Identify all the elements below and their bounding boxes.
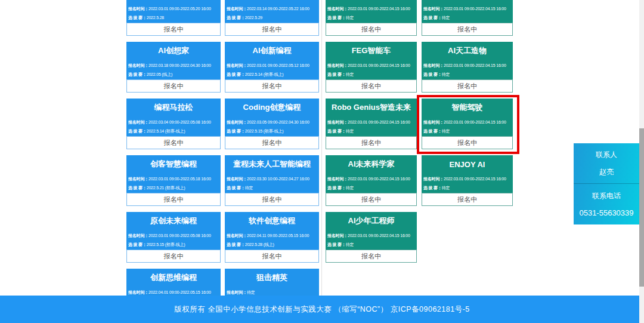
register-status-button[interactable]: 报名中	[126, 23, 221, 36]
card-title: 狙击精英	[225, 269, 319, 287]
registration-time-row: 报名时间：2022.03.04 09:00-2022.05.08 16:00	[128, 118, 219, 127]
card-info: 报名时间：2022.03.01 09:00-2022.04.15 16:00 选…	[326, 116, 417, 136]
register-status-button[interactable]: 报名中	[225, 250, 319, 263]
reg-time-value: 2022.03.01 09:00-2022.04.15 16:00	[348, 177, 410, 181]
register-status-button[interactable]: 报名中	[126, 136, 221, 149]
competition-card[interactable]: 原创未来编程 报名时间：2022.03.01 09:00-2022.05.08 …	[126, 212, 221, 263]
selection-row: 选 拔 赛：2022.5.15 (初赛-线上)	[128, 240, 219, 249]
register-status-button[interactable]: 报名中	[422, 79, 513, 93]
register-status-button[interactable]: 报名中	[225, 193, 319, 206]
reg-time-label: 报名时间：	[128, 63, 148, 67]
competition-card[interactable]: 报名时间：2022.03.01 09:00-2022.05.20 16:00 选…	[126, 0, 221, 36]
selection-value: 待定	[346, 72, 354, 76]
selection-row: 选 拔 赛：待定	[327, 240, 415, 249]
card-info: 报名时间：2022.03.05 09:00-2022.04.30 16:00 选…	[225, 116, 319, 136]
selection-label: 选 拔 赛：	[423, 186, 442, 190]
reg-time-label: 报名时间：	[423, 63, 444, 67]
selection-label: 选 拔 赛：	[327, 72, 346, 76]
selection-label: 选 拔 赛：	[227, 186, 245, 190]
scrollbar[interactable]	[639, 0, 644, 323]
teal-card-group: 报名时间：2022.03.01 09:00-2022.04.15 16:00 选…	[326, 0, 513, 263]
competition-card[interactable]: AI创新编程 报名时间：2022.03.01 09:00-2022.05.12 …	[225, 42, 319, 93]
register-status-button[interactable]: 报名中	[422, 136, 513, 149]
selection-value: 待定	[442, 16, 450, 20]
competition-card[interactable]: Robo Genius智造未来 报名时间：2022.03.01 09:00-20…	[326, 99, 417, 149]
registration-time-row: 报名时间：2022.03.18 09:00-2022.04.30 16:00	[128, 61, 219, 70]
competition-card[interactable]: AI未来科学家 报名时间：2022.03.01 09:00-2022.04.15…	[326, 155, 417, 206]
selection-row: 选 拔 赛：待定	[423, 127, 511, 136]
register-status-button[interactable]: 报名中	[225, 79, 319, 93]
selection-label: 选 拔 赛：	[227, 242, 245, 247]
competition-card[interactable]: AI天工造物 报名时间：2022.03.01 09:00-2022.04.15 …	[422, 42, 513, 93]
register-status-button[interactable]: 报名中	[225, 23, 319, 36]
register-status-button[interactable]: 报名中	[126, 193, 221, 206]
register-status-button[interactable]: 报名中	[126, 250, 221, 263]
card-info: 报名时间：2022.04.11 09:00-2022.05.15 16:00 选…	[225, 230, 319, 250]
selection-label: 选 拔 赛：	[423, 129, 442, 133]
reg-time-value: 2022.03.01 09:00-2022.04.15 16:00	[444, 7, 506, 11]
competition-card[interactable]: FEG智能车 报名时间：2022.03.01 09:00-2022.04.15 …	[326, 42, 417, 93]
reg-time-label: 报名时间：	[128, 233, 148, 238]
register-status-button[interactable]: 报名中	[326, 23, 417, 36]
card-title: AI未来科学家	[326, 155, 417, 173]
register-status-button[interactable]: 报名中	[422, 23, 513, 36]
card-title: AI少年工程师	[326, 212, 417, 230]
card-title: 创新思维编程	[126, 269, 221, 287]
registration-time-row: 报名时间：2022.03.30 10:00-2022.04.27 16:00	[227, 174, 317, 183]
reg-time-value: 2022.03.01 09:00-2022.05.08 16:00	[148, 233, 211, 238]
registration-time-row: 报名时间：2022.03.01 09:00-2022.04.15 16:00	[327, 118, 415, 127]
competition-card[interactable]: 报名时间：2022.03.14 09:00-2022.05.22 16:00 选…	[225, 0, 319, 36]
card-title: AI天工造物	[422, 42, 513, 60]
reg-time-value: 待定	[247, 290, 255, 294]
register-status-button[interactable]: 报名中	[326, 193, 417, 206]
selection-label: 选 拔 赛：	[128, 72, 147, 76]
register-status-button[interactable]: 报名中	[326, 136, 417, 149]
card-title: AI创新编程	[225, 42, 319, 60]
selection-label: 选 拔 赛：	[227, 16, 245, 20]
competition-card[interactable]: 软件创意编程 报名时间：2022.04.11 09:00-2022.05.15 …	[225, 212, 319, 263]
selection-row: 选 拔 赛：待定	[423, 70, 511, 79]
competition-card[interactable]: 报名时间：2022.03.01 09:00-2022.04.15 16:00 选…	[326, 0, 417, 36]
card-info: 报名时间：2022.03.01 09:00-2022.05.20 16:00 选…	[126, 3, 221, 23]
reg-time-label: 报名时间：	[128, 120, 148, 124]
selection-value: 2022.5.21 (初赛-线上)	[147, 186, 185, 190]
competition-card[interactable]: 编程马拉松 报名时间：2022.03.04 09:00-2022.05.08 1…	[126, 99, 221, 149]
card-info: 报名时间：2022.03.01 09:00-2022.04.15 16:00 选…	[422, 116, 513, 136]
competition-card[interactable]: 智能驾驶 报名时间：2022.03.01 09:00-2022.04.15 16…	[422, 99, 513, 149]
reg-time-label: 报名时间：	[227, 120, 247, 124]
competition-card[interactable]: 创客智慧编程 报名时间：2022.03.01 09:00-2022.05.18 …	[126, 155, 221, 206]
reg-time-label: 报名时间：	[327, 120, 348, 124]
competition-card[interactable]: AI创想家 报名时间：2022.03.18 09:00-2022.04.30 1…	[126, 42, 221, 93]
card-info: 报名时间：2022.03.01 09:00-2022.05.18 16:00 选…	[126, 173, 221, 193]
selection-label: 选 拔 赛：	[128, 129, 147, 133]
card-title: AI创想家	[126, 42, 221, 60]
selection-row: 选 拔 赛：2022.5.21 (初赛-线上)	[128, 183, 219, 192]
selection-row: 选 拔 赛：2022.5.28	[128, 13, 219, 22]
selection-row: 选 拔 赛：待定	[227, 183, 317, 192]
reg-time-value: 2022.03.01 09:00-2022.04.15 16:00	[348, 120, 410, 124]
reg-time-label: 报名时间：	[128, 7, 148, 11]
card-info: 报名时间：2022.03.01 09:00-2022.05.12 16:00 选…	[225, 60, 319, 79]
page: 报名时间：2022.03.01 09:00-2022.05.20 16:00 选…	[0, 0, 644, 323]
competition-card[interactable]: 童程未来人工智能编程 报名时间：2022.03.30 10:00-2022.04…	[225, 155, 319, 206]
register-status-button[interactable]: 报名中	[326, 79, 417, 93]
card-info: 报名时间：2022.03.04 09:00-2022.05.08 16:00 选…	[126, 116, 221, 136]
register-status-button[interactable]: 报名中	[422, 193, 513, 206]
reg-time-label: 报名时间：	[227, 177, 247, 181]
selection-value: 待定	[346, 186, 354, 190]
reg-time-value: 2022.03.04 09:00-2022.05.08 16:00	[148, 120, 211, 124]
reg-time-label: 报名时间：	[327, 7, 348, 11]
register-status-button[interactable]: 报名中	[225, 136, 319, 149]
competition-card[interactable]: Coding创意编程 报名时间：2022.03.05 09:00-2022.04…	[225, 99, 319, 149]
register-status-button[interactable]: 报名中	[326, 250, 417, 263]
selection-value: 待定	[346, 129, 354, 133]
contact-panel: 联系人 赵亮 联系电话 0531-55630339	[574, 143, 639, 224]
selection-row: 选 拔 赛：2022.5.14 (初赛-线上)	[227, 70, 317, 79]
register-status-button[interactable]: 报名中	[126, 79, 221, 93]
registration-time-row: 报名时间：2022.03.01 09:00-2022.04.15 16:00	[327, 174, 415, 183]
scrollbar-thumb[interactable]	[639, 128, 644, 287]
competition-card[interactable]: ENJOY AI 报名时间：2022.03.01 09:00-2022.04.1…	[422, 155, 513, 206]
competition-card[interactable]: AI少年工程师 报名时间：2022.03.01 09:00-2022.04.15…	[326, 212, 417, 263]
competition-card[interactable]: 报名时间：2022.03.01 09:00-2022.04.15 16:00 选…	[422, 0, 513, 36]
reg-time-label: 报名时间：	[423, 120, 444, 124]
